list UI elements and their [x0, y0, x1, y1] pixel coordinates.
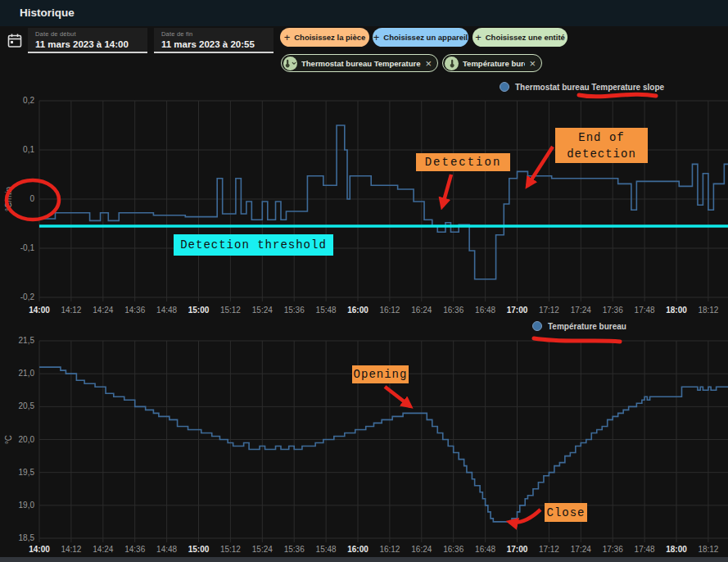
- x-tick-label: 15:00: [188, 306, 210, 315]
- x-tick-label: 16:00: [347, 306, 369, 315]
- x-tick-label: 17:12: [539, 545, 559, 554]
- x-tick-label: 17:24: [571, 545, 591, 554]
- close-icon[interactable]: ×: [529, 58, 536, 69]
- x-tick-label: 17:24: [571, 306, 591, 315]
- y-tick-label: 21,5: [19, 336, 35, 345]
- choose-entity-button[interactable]: + Choisissez une entité: [473, 28, 567, 47]
- choose-entity-label: Choisissez une entité: [486, 33, 565, 42]
- y-axis-title: °C/min: [4, 187, 13, 211]
- app-header: Historique: [0, 0, 728, 26]
- opening-annotation: Opening: [352, 365, 409, 383]
- x-tick-label: 15:24: [252, 545, 273, 554]
- chip-label: Thermostat bureau Temperature slope: [301, 59, 421, 68]
- x-tick-label: 17:36: [603, 306, 623, 315]
- y-tick-label: 18,5: [19, 533, 35, 542]
- start-date-field[interactable]: Date de début 11 mars 2023 à 14:00: [28, 28, 147, 53]
- slope-chart: 14:0014:1214:2414:3614:4815:0015:1215:24…: [0, 78, 728, 324]
- thermometer-icon: [283, 57, 297, 70]
- history-page: Historique Date de début 11 mars 2023 à …: [0, 0, 728, 562]
- plus-icon: +: [373, 31, 380, 43]
- x-tick-label: 16:36: [443, 545, 463, 554]
- series-line: [39, 367, 728, 522]
- x-tick-label: 15:12: [220, 306, 241, 315]
- x-tick-label: 16:24: [411, 545, 432, 554]
- end-date-value: 11 mars 2023 à 20:55: [161, 39, 274, 49]
- choose-area-button[interactable]: + Choisissez la pièce: [280, 28, 369, 47]
- threshold-annotation: Detection threshold: [174, 234, 333, 256]
- x-tick-label: 14:12: [61, 545, 81, 554]
- detection-annotation: Detection: [416, 153, 510, 171]
- page-title: Historique: [20, 0, 75, 26]
- y-tick-label: 19,5: [19, 468, 35, 477]
- y-tick-label: -0,2: [20, 292, 35, 301]
- x-tick-label: 14:24: [93, 306, 113, 315]
- x-tick-label: 17:36: [603, 545, 623, 554]
- start-date-label: Date de début: [35, 30, 147, 38]
- entity-chip-temperature[interactable]: Température bureau ×: [442, 54, 542, 72]
- x-tick-label: 16:00: [347, 545, 369, 554]
- x-tick-label: 18:12: [698, 545, 718, 554]
- choose-area-label: Choisissez la pièce: [294, 33, 365, 42]
- calendar-glyph: [7, 33, 23, 49]
- plus-icon: +: [475, 31, 482, 43]
- end-date-field[interactable]: Date de fin 11 mars 2023 à 20:55: [154, 28, 274, 53]
- chevron-down-icon: [292, 61, 296, 66]
- x-tick-label: 15:24: [252, 306, 273, 315]
- x-tick-label: 15:12: [220, 545, 241, 554]
- x-tick-label: 14:00: [29, 545, 50, 554]
- temperature-chart: 14:0014:1214:2414:3614:4815:0015:1215:24…: [0, 324, 728, 562]
- y-tick-label: 20,0: [19, 435, 35, 444]
- bottom-scrollbar[interactable]: [0, 557, 728, 562]
- x-tick-label: 16:36: [443, 306, 463, 315]
- y-tick-label: 0: [29, 194, 34, 203]
- y-tick-label: -0,1: [20, 243, 35, 252]
- x-tick-label: 14:36: [124, 306, 145, 315]
- x-tick-label: 14:24: [93, 545, 113, 554]
- x-tick-label: 15:36: [284, 545, 305, 554]
- end-of-detection-annotation: End of detection: [555, 128, 648, 163]
- plus-icon: +: [284, 31, 291, 43]
- chip-label: Température bureau: [463, 59, 525, 68]
- x-tick-label: 17:12: [539, 306, 559, 315]
- x-tick-label: 18:12: [698, 306, 718, 315]
- thermometer-icon: [445, 57, 459, 70]
- x-tick-label: 14:12: [61, 306, 81, 315]
- entity-chip-thermostat-slope[interactable]: Thermostat bureau Temperature slope ×: [281, 54, 438, 72]
- x-tick-label: 16:12: [379, 306, 400, 315]
- x-tick-label: 14:00: [29, 306, 50, 315]
- x-tick-label: 17:00: [507, 545, 528, 554]
- choose-device-button[interactable]: + Choisissez un appareil: [373, 28, 468, 47]
- x-tick-label: 14:36: [124, 545, 145, 554]
- x-tick-label: 16:24: [411, 306, 432, 315]
- y-tick-label: 19,0: [19, 501, 35, 510]
- x-tick-label: 15:36: [284, 306, 305, 315]
- x-tick-label: 16:12: [379, 545, 400, 554]
- y-axis-title: °C: [4, 435, 13, 444]
- x-tick-label: 15:00: [188, 545, 210, 554]
- x-tick-label: 17:48: [635, 545, 655, 554]
- close-icon[interactable]: ×: [425, 58, 432, 69]
- choose-device-label: Choisissez un appareil: [383, 33, 468, 42]
- y-tick-label: 0,2: [23, 96, 34, 105]
- y-tick-label: 0,1: [23, 145, 34, 154]
- start-date-value: 11 mars 2023 à 14:00: [35, 39, 147, 49]
- x-tick-label: 15:48: [316, 306, 337, 315]
- x-tick-label: 16:48: [475, 545, 495, 554]
- close-annotation: Close: [545, 503, 587, 522]
- x-tick-label: 18:00: [666, 545, 687, 554]
- calendar-icon[interactable]: [6, 33, 24, 51]
- y-tick-label: 20,5: [19, 401, 35, 410]
- x-tick-label: 14:48: [156, 545, 177, 554]
- x-tick-label: 17:00: [507, 306, 528, 315]
- y-tick-label: 21,0: [19, 369, 35, 378]
- x-tick-label: 14:48: [156, 306, 177, 315]
- x-tick-label: 18:00: [666, 306, 687, 315]
- end-date-label: Date de fin: [161, 30, 274, 38]
- x-tick-label: 16:48: [475, 306, 495, 315]
- x-tick-label: 15:48: [316, 545, 337, 554]
- x-tick-label: 17:48: [635, 306, 655, 315]
